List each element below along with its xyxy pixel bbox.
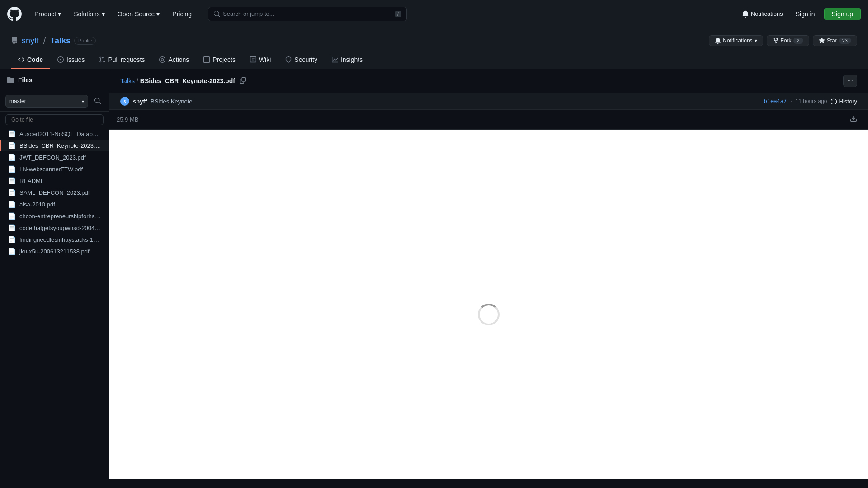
notifications-button[interactable]: Notifications bbox=[738, 9, 787, 19]
list-item[interactable]: 📄 BSides_CBR_Keynote-2023.pdf bbox=[0, 140, 109, 151]
list-item[interactable]: 📄 codethatgetsyoupwnsd-2004110... bbox=[0, 222, 109, 234]
file-icon: 📄 bbox=[8, 130, 16, 137]
search-files-button[interactable] bbox=[92, 97, 104, 106]
main-content: Talks / BSides_CBR_Keynote-2023.pdf ··· … bbox=[109, 69, 868, 479]
tab-insights[interactable]: Insights bbox=[325, 52, 370, 69]
tab-bar: Code Issues Pull requests Actions Projec… bbox=[11, 52, 857, 69]
search-shortcut: / bbox=[395, 11, 401, 17]
more-options-button[interactable]: ··· bbox=[843, 75, 857, 87]
main-layout: Files master ▾ 📄 Auscert2011-NoSQL_Datab… bbox=[0, 69, 868, 479]
repo-header: snyff / Talks Public Notifications ▾ For… bbox=[0, 28, 868, 69]
repo-actions: Notifications ▾ Fork 2 Star 23 bbox=[709, 35, 857, 46]
list-item[interactable]: 📄 SAML_DEFCON_2023.pdf bbox=[0, 187, 109, 198]
list-item[interactable]: 📄 findingneedlesinhaystacks-1706... bbox=[0, 234, 109, 245]
file-list: 📄 Auscert2011-NoSQL_Database... 📄 BSides… bbox=[0, 128, 109, 479]
tab-actions[interactable]: Actions bbox=[152, 52, 196, 69]
pdf-loading-area bbox=[109, 130, 868, 479]
file-icon: 📄 bbox=[8, 154, 16, 161]
file-icon: 📄 bbox=[8, 165, 16, 173]
signup-button[interactable]: Sign up bbox=[824, 8, 861, 20]
commit-time: · bbox=[790, 98, 792, 104]
list-item[interactable]: 📄 Auscert2011-NoSQL_Database... bbox=[0, 128, 109, 140]
search-box[interactable]: Search or jump to... / bbox=[208, 7, 407, 21]
file-size-bar: 25.9 MB bbox=[109, 110, 868, 130]
list-item[interactable]: 📄 aisa-2010.pdf bbox=[0, 198, 109, 210]
tab-code[interactable]: Code bbox=[11, 52, 50, 69]
nav-pricing[interactable]: Pricing bbox=[167, 8, 197, 20]
nav-links: Product ▾ Solutions ▾ Open Source ▾ Pric… bbox=[29, 8, 197, 20]
signin-button[interactable]: Sign in bbox=[790, 8, 821, 20]
commit-hash[interactable]: b1ea4a7 bbox=[764, 98, 787, 104]
breadcrumb-file: BSides_CBR_Keynote-2023.pdf bbox=[140, 77, 235, 84]
fork-count: 2 bbox=[793, 38, 803, 44]
tab-security[interactable]: Security bbox=[278, 52, 325, 69]
github-logo[interactable] bbox=[7, 7, 22, 21]
list-item[interactable]: 📄 jku-x5u-200613211538.pdf bbox=[0, 245, 109, 257]
repo-title-row: snyff / Talks Public Notifications ▾ For… bbox=[11, 35, 857, 46]
loading-spinner bbox=[478, 304, 500, 325]
branch-selector[interactable]: master ▾ bbox=[5, 95, 88, 108]
avatar: s bbox=[120, 97, 129, 106]
repo-name-link[interactable]: Talks bbox=[50, 36, 71, 46]
commit-author: snyff bbox=[133, 98, 147, 105]
top-nav: Product ▾ Solutions ▾ Open Source ▾ Pric… bbox=[0, 0, 868, 28]
fork-button[interactable]: Fork 2 bbox=[767, 35, 809, 46]
list-item[interactable]: 📄 README bbox=[0, 175, 109, 187]
commit-message: BSides Keynote bbox=[151, 98, 193, 105]
file-icon: 📄 bbox=[8, 236, 16, 243]
list-item[interactable]: 📄 LN-webscannerFTW.pdf bbox=[0, 163, 109, 175]
folder-icon bbox=[7, 76, 14, 84]
file-icon: 📄 bbox=[8, 189, 16, 196]
file-viewer: 25.9 MB bbox=[109, 110, 868, 479]
notifications-area: Notifications bbox=[738, 9, 787, 19]
repo-separator: / bbox=[43, 36, 46, 46]
tab-projects[interactable]: Projects bbox=[196, 52, 243, 69]
file-icon: 📄 bbox=[8, 142, 16, 149]
breadcrumb-separator: / bbox=[137, 77, 138, 84]
history-link[interactable]: History bbox=[831, 98, 857, 105]
file-icon: 📄 bbox=[8, 177, 16, 184]
nav-product[interactable]: Product ▾ bbox=[29, 8, 66, 20]
file-icon: 📄 bbox=[8, 224, 16, 231]
sidebar-title: Files bbox=[18, 76, 33, 84]
nav-solutions[interactable]: Solutions ▾ bbox=[68, 8, 110, 20]
repo-owner-link[interactable]: snyff bbox=[22, 36, 39, 46]
download-button[interactable] bbox=[846, 113, 861, 126]
sidebar-controls: master ▾ bbox=[0, 91, 109, 112]
goto-file-input[interactable] bbox=[5, 114, 104, 125]
copy-path-button[interactable] bbox=[237, 76, 249, 86]
tab-pull-requests[interactable]: Pull requests bbox=[92, 52, 152, 69]
file-sidebar: Files master ▾ 📄 Auscert2011-NoSQL_Datab… bbox=[0, 69, 109, 479]
tab-issues[interactable]: Issues bbox=[50, 52, 92, 69]
goto-file-container bbox=[0, 112, 109, 128]
repo-icon bbox=[11, 37, 18, 45]
notifications-watch-button[interactable]: Notifications ▾ bbox=[709, 35, 763, 46]
nav-right: Notifications Sign in Sign up bbox=[738, 8, 861, 20]
breadcrumb-repo-link[interactable]: Talks bbox=[120, 77, 135, 84]
sidebar-header: Files bbox=[0, 69, 109, 91]
commit-timestamp: 11 hours ago bbox=[795, 98, 827, 104]
commit-bar: s snyff BSides Keynote b1ea4a7 · 11 hour… bbox=[109, 93, 868, 110]
file-breadcrumb-header: Talks / BSides_CBR_Keynote-2023.pdf ··· bbox=[109, 69, 868, 93]
list-item[interactable]: 📄 JWT_DEFCON_2023.pdf bbox=[0, 151, 109, 163]
file-icon: 📄 bbox=[8, 201, 16, 208]
file-icon: 📄 bbox=[8, 248, 16, 255]
list-item[interactable]: 📄 chcon-entrepreneurshipforhacke... bbox=[0, 210, 109, 222]
star-button[interactable]: Star 23 bbox=[813, 35, 857, 46]
public-badge: Public bbox=[74, 37, 96, 45]
nav-open-source[interactable]: Open Source ▾ bbox=[112, 8, 165, 20]
commit-meta: b1ea4a7 · 11 hours ago History bbox=[764, 98, 857, 105]
star-count: 23 bbox=[839, 38, 851, 44]
file-size: 25.9 MB bbox=[117, 116, 138, 123]
tab-wiki[interactable]: Wiki bbox=[243, 52, 278, 69]
file-icon: 📄 bbox=[8, 212, 16, 220]
search-input[interactable]: Search or jump to... / bbox=[208, 7, 407, 21]
breadcrumb: Talks / BSides_CBR_Keynote-2023.pdf bbox=[120, 76, 840, 86]
